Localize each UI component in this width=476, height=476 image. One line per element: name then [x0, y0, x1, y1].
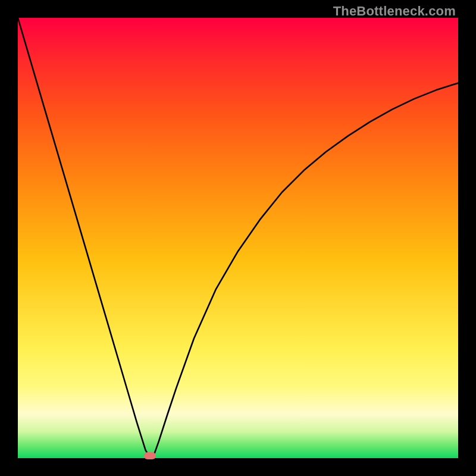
plot-area	[18, 18, 458, 458]
watermark-label: TheBottleneck.com	[333, 4, 456, 19]
chart-frame: TheBottleneck.com	[0, 0, 476, 476]
optimum-marker	[144, 452, 156, 459]
bottleneck-curve	[18, 18, 458, 458]
curve-svg	[18, 18, 458, 458]
